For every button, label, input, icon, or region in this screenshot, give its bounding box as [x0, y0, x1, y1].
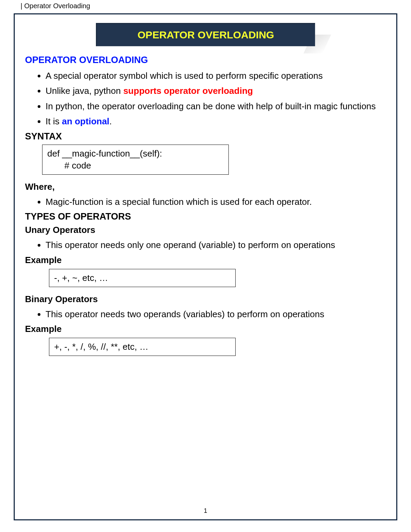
bullet-text: A special operator symbol which is used …: [46, 71, 323, 81]
syntax-heading: SYNTAX: [25, 131, 386, 142]
bullet-text: This operator needs only one operand (va…: [46, 240, 335, 250]
intro-bullet-list: A special operator symbol which is used …: [25, 70, 386, 128]
list-item: In python, the operator overloading can …: [46, 100, 386, 112]
example-text: -, +, ~, etc, …: [54, 273, 108, 283]
unary-example-box: -, +, ~, etc, …: [49, 269, 236, 287]
binary-heading: Binary Operators: [25, 294, 386, 305]
bullet-text: It is: [46, 116, 62, 126]
section-heading-main: OPERATOR OVERLOADING: [25, 55, 386, 65]
example-label: Example: [25, 255, 386, 265]
emphasis-red: supports operator overloading: [123, 86, 253, 96]
bullet-text: This operator needs two operands (variab…: [46, 309, 324, 319]
breadcrumb: | Operator Overloading: [21, 2, 90, 10]
list-item: It is an optional.: [46, 115, 386, 127]
unary-heading: Unary Operators: [25, 225, 386, 235]
bullet-text: Magic-function is a special function whi…: [46, 197, 312, 207]
where-heading: Where,: [25, 182, 386, 192]
example-label: Example: [25, 324, 386, 334]
unary-bullet-list: This operator needs only one operand (va…: [25, 239, 386, 251]
banner-title: OPERATOR OVERLOADING: [138, 29, 274, 40]
bullet-text: .: [109, 116, 112, 126]
title-banner: OPERATOR OVERLOADING: [96, 23, 315, 46]
binary-example-box: +, -, *, /, %, //, **, etc, …: [49, 338, 236, 356]
code-line: def __magic-function__(self):: [47, 148, 162, 159]
bullet-text: Unlike java, python: [46, 86, 123, 96]
types-heading: TYPES OF OPERATORS: [25, 211, 386, 222]
list-item: This operator needs two operands (variab…: [46, 308, 386, 320]
bullet-text: In python, the operator overloading can …: [46, 101, 376, 111]
code-line: # code: [47, 160, 224, 172]
page-frame: OPERATOR OVERLOADING OPERATOR OVERLOADIN…: [14, 13, 397, 520]
page-number: 1: [15, 507, 396, 515]
emphasis-blue: an optional: [62, 116, 110, 126]
list-item: Unlike java, python supports operator ov…: [46, 85, 386, 97]
page-header: | Operator Overloading: [0, 0, 411, 13]
example-text: +, -, *, /, %, //, **, etc, …: [54, 342, 148, 352]
list-item: A special operator symbol which is used …: [46, 70, 386, 82]
where-bullet-list: Magic-function is a special function whi…: [25, 196, 386, 208]
list-item: Magic-function is a special function whi…: [46, 196, 386, 208]
list-item: This operator needs only one operand (va…: [46, 239, 386, 251]
syntax-code-box: def __magic-function__(self): # code: [42, 145, 229, 175]
binary-bullet-list: This operator needs two operands (variab…: [25, 308, 386, 320]
